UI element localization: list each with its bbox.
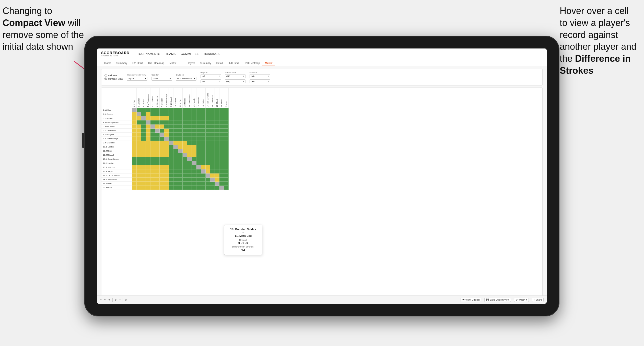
matrix-cell-0-15[interactable] [201,108,206,112]
matrix-cell-8-14[interactable] [196,141,201,145]
matrix-cell-9-9[interactable] [173,145,178,149]
matrix-cell-4-13[interactable] [192,125,196,129]
matrix-cell-13-13[interactable] [192,161,196,165]
matrix-cell-7-15[interactable] [201,137,206,141]
tab-summary[interactable]: Summary [114,61,130,66]
matrix-cell-5-5[interactable] [155,129,160,133]
matrix-cell-5-19[interactable] [219,129,224,133]
matrix-cell-7-4[interactable] [150,137,155,141]
matrix-cell-19-11[interactable] [183,186,187,190]
matrix-cell-9-15[interactable] [201,145,206,149]
matrix-cell-10-10[interactable] [178,149,183,153]
matrix-cell-8-5[interactable] [155,141,160,145]
matrix-cell-2-13[interactable] [192,116,196,120]
matrix-cell-18-14[interactable] [196,182,201,186]
matrix-cell-15-0[interactable] [132,169,137,174]
matrix-cell-18-2[interactable] [141,182,146,186]
matrix-cell-5-10[interactable] [178,129,183,133]
matrix-cell-14-10[interactable] [178,165,183,169]
matrix-cell-13-17[interactable] [210,161,215,165]
matrix-cell-11-13[interactable] [192,153,196,157]
matrix-cell-2-0[interactable] [132,116,137,120]
matrix-cell-3-5[interactable] [155,120,160,125]
matrix-cell-14-12[interactable] [187,165,192,169]
matrix-cell-11-11[interactable] [183,153,187,157]
matrix-cell-11-6[interactable] [160,153,164,157]
matrix-cell-12-7[interactable] [164,157,169,161]
matrix-cell-9-19[interactable] [219,145,224,149]
matrix-cell-3-16[interactable] [206,120,210,125]
matrix-cell-1-0[interactable] [132,112,137,116]
matrix-cell-3-1[interactable] [137,120,141,125]
matrix-cell-19-16[interactable] [206,186,210,190]
matrix-cell-11-10[interactable] [178,153,183,157]
matrix-cell-10-5[interactable] [155,149,160,153]
matrix-cell-15-15[interactable] [201,169,206,174]
matrix-cell-19-7[interactable] [164,186,169,190]
matrix-cell-10-17[interactable] [210,149,215,153]
matrix-cell-7-13[interactable] [192,137,196,141]
matrix-cell-13-1[interactable] [137,161,141,165]
matrix-cell-0-4[interactable] [150,108,155,112]
matrix-cell-14-18[interactable] [215,165,219,169]
matrix-cell-4-9[interactable] [173,125,178,129]
matrix-cell-5-2[interactable] [141,129,146,133]
matrix-cell-6-13[interactable] [192,133,196,137]
matrix-cell-16-7[interactable] [164,174,169,178]
matrix-cell-7-1[interactable] [137,137,141,141]
matrix-cell-4-11[interactable] [183,125,187,129]
matrix-cell-6-14[interactable] [196,133,201,137]
matrix-cell-9-11[interactable] [183,145,187,149]
matrix-cell-18-5[interactable] [155,182,160,186]
matrix-cell-18-4[interactable] [150,182,155,186]
matrix-cell-11-20[interactable] [224,153,229,157]
matrix-cell-1-6[interactable] [160,112,164,116]
matrix-cell-1-9[interactable] [173,112,178,116]
compact-view-radio[interactable]: Compact View [104,78,123,80]
matrix-cell-4-8[interactable] [169,125,173,129]
matrix-cell-14-3[interactable] [146,165,150,169]
matrix-cell-5-16[interactable] [206,129,210,133]
matrix-cell-16-8[interactable] [169,174,173,178]
matrix-cell-19-1[interactable] [137,186,141,190]
matrix-cell-12-12[interactable] [187,157,192,161]
matrix-cell-8-6[interactable] [160,141,164,145]
matrix-cell-4-4[interactable] [150,125,155,129]
matrix-cell-4-5[interactable] [155,125,160,129]
matrix-cell-18-9[interactable] [173,182,178,186]
matrix-cell-0-0[interactable] [132,108,137,112]
matrix-cell-3-15[interactable] [201,120,206,125]
nav-tournaments[interactable]: TOURNAMENTS [137,52,160,55]
matrix-cell-3-6[interactable] [160,120,164,125]
matrix-cell-0-5[interactable] [155,108,160,112]
matrix-cell-13-7[interactable] [164,161,169,165]
matrix-cell-17-17[interactable] [210,178,215,182]
matrix-cell-17-7[interactable] [164,178,169,182]
matrix-cell-10-12[interactable] [187,149,192,153]
matrix-cell-11-5[interactable] [155,153,160,157]
share-button[interactable]: ⤴ Share [532,298,544,302]
matrix-cell-5-1[interactable] [137,129,141,133]
matrix-cell-9-17[interactable] [210,145,215,149]
matrix-cell-15-7[interactable] [164,169,169,174]
matrix-cell-7-5[interactable] [155,137,160,141]
matrix-cell-7-6[interactable] [160,137,164,141]
matrix-cell-12-1[interactable] [137,157,141,161]
matrix-cell-2-4[interactable] [150,116,155,120]
nav-committee[interactable]: COMMITTEE [181,52,199,55]
matrix-cell-4-16[interactable] [206,125,210,129]
matrix-cell-3-7[interactable] [164,120,169,125]
matrix-cell-6-5[interactable] [155,133,160,137]
matrix-cell-16-5[interactable] [155,174,160,178]
matrix-cell-7-18[interactable] [215,137,219,141]
matrix-cell-13-15[interactable] [201,161,206,165]
conference-select2[interactable]: (All) ▾ [225,79,245,83]
matrix-cell-1-17[interactable] [210,112,215,116]
matrix-cell-3-9[interactable] [173,120,178,125]
save-custom-button[interactable]: 💾 Save Custom View [484,298,511,302]
matrix-cell-9-10[interactable] [178,145,183,149]
matrix-cell-10-18[interactable] [215,149,219,153]
matrix-cell-8-20[interactable] [224,141,229,145]
matrix-cell-9-18[interactable] [215,145,219,149]
matrix-cell-0-20[interactable] [224,108,229,112]
